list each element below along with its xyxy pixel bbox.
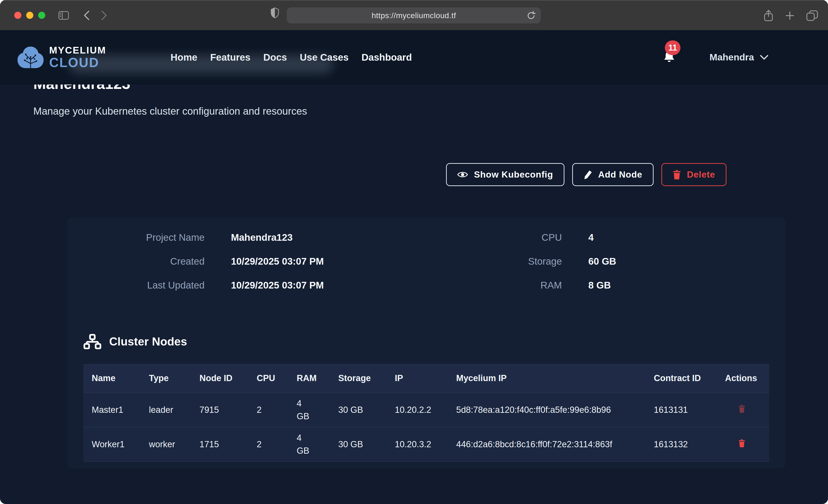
forward-icon[interactable] [101, 10, 108, 20]
add-node-button[interactable]: Add Node [572, 163, 654, 186]
table-header-row: Name Type Node ID CPU RAM Storage IP Myc… [83, 364, 769, 393]
brand-logo[interactable]: MYCELIUM CLOUD [16, 45, 106, 70]
address-bar[interactable]: https://myceliumcloud.tf [287, 7, 541, 24]
cluster-nodes-heading: Cluster Nodes [83, 334, 769, 349]
url-text: https://myceliumcloud.tf [372, 11, 456, 20]
info-row-storage: Storage 60 GB [426, 256, 769, 267]
zoom-window-button[interactable] [38, 12, 45, 19]
info-row-created: Created 10/29/2025 03:07 PM [83, 256, 426, 267]
nav-link-use-cases[interactable]: Use Cases [300, 52, 348, 63]
refresh-icon[interactable] [527, 10, 536, 21]
tab-overview-icon[interactable] [806, 10, 818, 21]
new-tab-icon[interactable] [785, 10, 795, 21]
info-row-cpu: CPU 4 [426, 232, 769, 243]
user-name: Mahendra [709, 52, 754, 63]
project-info: Project Name Mahendra123 Created 10/29/2… [83, 232, 769, 304]
info-row-last-updated: Last Updated 10/29/2025 03:07 PM [83, 280, 426, 291]
main-nav: Home Features Docs Use Cases Dashboard [170, 52, 412, 63]
table-row: Master1 leader 7915 2 4 GB 30 GB 10.20.2… [83, 393, 769, 427]
eye-icon [457, 171, 468, 178]
chevron-down-icon [760, 55, 768, 60]
cluster-info-card: Project Name Mahendra123 Created 10/29/2… [67, 218, 785, 468]
back-icon[interactable] [83, 10, 90, 20]
cluster-page: Mahendra123 Manage your Kubernetes clust… [0, 73, 828, 493]
network-nodes-icon [83, 334, 101, 349]
trash-icon [738, 405, 745, 413]
info-row-project-name: Project Name Mahendra123 [83, 232, 426, 243]
nav-link-dashboard[interactable]: Dashboard [362, 52, 412, 63]
delete-cluster-button[interactable]: Delete [661, 163, 727, 186]
pencil-icon [583, 170, 592, 179]
notifications-button[interactable]: 11 [663, 51, 675, 64]
delete-node-button[interactable] [738, 439, 745, 447]
chrome-right-icons [764, 0, 818, 31]
brand-name-bottom: CLOUD [49, 56, 106, 69]
delete-node-button[interactable] [738, 405, 745, 413]
mycelium-cloud-logo-icon [16, 45, 45, 70]
trash-icon [738, 439, 745, 447]
minimize-window-button[interactable] [26, 12, 33, 19]
brand-name-top: MYCELIUM [49, 45, 106, 55]
privacy-shield-icon[interactable] [271, 7, 279, 18]
browser-chrome: https://myceliumcloud.tf [0, 0, 828, 30]
page-subtitle: Manage your Kubernetes cluster configura… [33, 105, 828, 117]
traffic-lights [14, 12, 45, 19]
sidebar-toggle-icon[interactable] [58, 11, 69, 20]
table-row: Worker1 worker 1715 2 4 GB 30 GB 10.20.3… [83, 427, 769, 462]
close-window-button[interactable] [14, 12, 22, 19]
cluster-nodes-table: Name Type Node ID CPU RAM Storage IP Myc… [83, 364, 769, 462]
nav-link-docs[interactable]: Docs [263, 52, 287, 63]
notification-count-badge: 11 [665, 40, 680, 55]
trash-icon [673, 170, 681, 179]
show-kubeconfig-button[interactable]: Show Kubeconfig [446, 163, 564, 186]
app-header: MYCELIUM CLOUD Home Features Docs Use Ca… [0, 30, 828, 85]
user-menu[interactable]: Mahendra [709, 52, 768, 63]
nav-link-features[interactable]: Features [210, 52, 250, 63]
cluster-actions: Show Kubeconfig Add Node Delete [33, 163, 727, 186]
share-icon[interactable] [764, 10, 773, 22]
browser-window: https://myceliumcloud.tf [0, 0, 828, 504]
nav-link-home[interactable]: Home [170, 52, 197, 63]
info-row-ram: RAM 8 GB [426, 280, 769, 291]
